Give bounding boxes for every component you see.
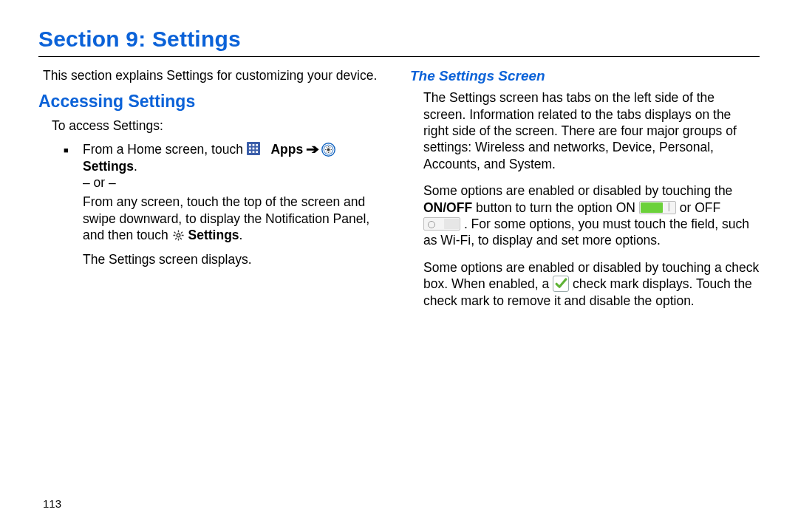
p2: Some options are enabled or disabled by … bbox=[423, 183, 760, 249]
p1: The Settings screen has tabs on the left… bbox=[423, 89, 760, 172]
p2b: button to turn the option ON bbox=[476, 200, 639, 215]
p3: Some options are enabled or disabled by … bbox=[423, 259, 760, 309]
swipe-paragraph: From any screen, touch the top of the sc… bbox=[83, 194, 388, 243]
page-number: 113 bbox=[43, 497, 61, 510]
onoff-label: ON/OFF bbox=[423, 200, 472, 215]
bullet-marker: ■ bbox=[64, 141, 83, 191]
bullet-prefix: From a Home screen, touch bbox=[83, 142, 247, 157]
section-title: Section 9: Settings bbox=[38, 27, 760, 52]
svg-point-3 bbox=[177, 233, 180, 237]
accessing-heading: Accessing Settings bbox=[38, 91, 388, 112]
p2c: or OFF bbox=[680, 200, 720, 215]
settings-label: Settings bbox=[83, 159, 134, 174]
lead-text: To access Settings: bbox=[52, 117, 388, 134]
period2: . bbox=[239, 228, 243, 242]
left-column: This section explains Settings for custo… bbox=[38, 67, 388, 319]
apps-label: Apps bbox=[270, 142, 303, 157]
settings-gear-icon bbox=[321, 143, 335, 157]
svg-point-2 bbox=[327, 149, 330, 151]
p2d: . For some options, you must touch the f… bbox=[423, 216, 749, 248]
bullet-item: ■ From a Home screen, touch Apps ➔ bbox=[64, 141, 388, 191]
p2a: Some options are enabled or disabled by … bbox=[423, 183, 732, 198]
apps-grid-icon bbox=[247, 142, 260, 155]
intro-text: This section explains Settings for custo… bbox=[43, 67, 388, 83]
settings-label-2: Settings bbox=[188, 228, 239, 242]
or-text: – or – bbox=[83, 175, 116, 190]
settings-screen-heading: The Settings Screen bbox=[410, 67, 760, 85]
displays-text: The Settings screen displays. bbox=[83, 251, 388, 267]
spacer bbox=[264, 142, 267, 157]
right-column: The Settings Screen The Settings screen … bbox=[410, 67, 760, 319]
arrow-icon: ➔ bbox=[306, 141, 319, 157]
period: . bbox=[134, 159, 137, 174]
checkbox-checked-icon bbox=[553, 276, 569, 292]
toggle-on-icon bbox=[639, 201, 676, 214]
divider bbox=[38, 56, 760, 57]
settings-gear-icon bbox=[172, 229, 185, 242]
toggle-off-icon bbox=[423, 217, 460, 231]
